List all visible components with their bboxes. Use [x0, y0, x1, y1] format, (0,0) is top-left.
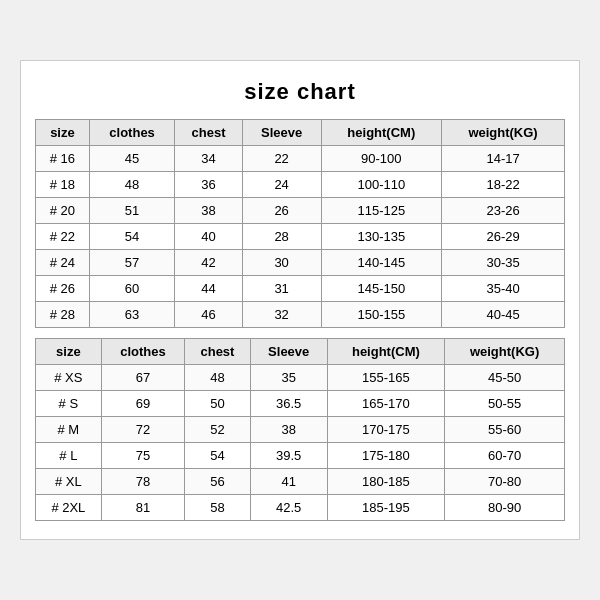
table-cell: 140-145	[321, 250, 442, 276]
size-table-2: sizeclotheschestSleeveheight(CM)weight(K…	[35, 338, 565, 521]
table-cell: 35-40	[442, 276, 565, 302]
table-row: # 24574230140-14530-35	[36, 250, 565, 276]
table-cell: 56	[185, 469, 251, 495]
table-cell: 40-45	[442, 302, 565, 328]
column-header: clothes	[89, 120, 175, 146]
column-header: weight(KG)	[442, 120, 565, 146]
table-cell: 32	[242, 302, 321, 328]
chart-title: size chart	[35, 79, 565, 105]
column-header: height(CM)	[321, 120, 442, 146]
table-cell: 60	[89, 276, 175, 302]
table-cell: 26	[242, 198, 321, 224]
table-cell: 70-80	[445, 469, 565, 495]
table-cell: 180-185	[327, 469, 445, 495]
table-row: # 22544028130-13526-29	[36, 224, 565, 250]
table-cell: 38	[250, 417, 327, 443]
table-cell: 165-170	[327, 391, 445, 417]
table-cell: 46	[175, 302, 242, 328]
column-header: size	[36, 120, 90, 146]
size-table-1: sizeclotheschestSleeveheight(CM)weight(K…	[35, 119, 565, 328]
table-cell: 23-26	[442, 198, 565, 224]
table-cell: 69	[101, 391, 184, 417]
table-cell: 63	[89, 302, 175, 328]
column-header: clothes	[101, 339, 184, 365]
table-cell: 175-180	[327, 443, 445, 469]
table-cell: 18-22	[442, 172, 565, 198]
table-cell: 48	[89, 172, 175, 198]
table-cell: 24	[242, 172, 321, 198]
table-cell: 72	[101, 417, 184, 443]
table-cell: # XL	[36, 469, 102, 495]
table-cell: # 16	[36, 146, 90, 172]
table-cell: 31	[242, 276, 321, 302]
table-cell: 39.5	[250, 443, 327, 469]
table-cell: # 28	[36, 302, 90, 328]
table-row: # 20513826115-12523-26	[36, 198, 565, 224]
table-cell: 45	[89, 146, 175, 172]
table-row: # XS674835155-16545-50	[36, 365, 565, 391]
table-cell: 44	[175, 276, 242, 302]
table-cell: 30-35	[442, 250, 565, 276]
table-cell: 145-150	[321, 276, 442, 302]
table-cell: 38	[175, 198, 242, 224]
table-cell: 36.5	[250, 391, 327, 417]
table-cell: 28	[242, 224, 321, 250]
table-cell: 100-110	[321, 172, 442, 198]
table-cell: 52	[185, 417, 251, 443]
table-cell: # 22	[36, 224, 90, 250]
table-cell: 67	[101, 365, 184, 391]
table-row: # 2XL815842.5185-19580-90	[36, 495, 565, 521]
table-cell: # 24	[36, 250, 90, 276]
column-header: weight(KG)	[445, 339, 565, 365]
table-cell: 90-100	[321, 146, 442, 172]
table-cell: 22	[242, 146, 321, 172]
table-cell: 36	[175, 172, 242, 198]
table-cell: 78	[101, 469, 184, 495]
table-row: # L755439.5175-18060-70	[36, 443, 565, 469]
table-cell: 75	[101, 443, 184, 469]
column-header: Sleeve	[242, 120, 321, 146]
table-cell: 50	[185, 391, 251, 417]
table-cell: # 2XL	[36, 495, 102, 521]
table-cell: 30	[242, 250, 321, 276]
table-cell: 34	[175, 146, 242, 172]
table-cell: 80-90	[445, 495, 565, 521]
table-cell: 35	[250, 365, 327, 391]
table-cell: # 26	[36, 276, 90, 302]
table-cell: 81	[101, 495, 184, 521]
table-cell: 45-50	[445, 365, 565, 391]
table-cell: 150-155	[321, 302, 442, 328]
table-row: # S695036.5165-17050-55	[36, 391, 565, 417]
size-chart-card: size chart sizeclotheschestSleeveheight(…	[20, 60, 580, 540]
table-cell: # 18	[36, 172, 90, 198]
table-cell: # M	[36, 417, 102, 443]
table-cell: # L	[36, 443, 102, 469]
table-cell: 57	[89, 250, 175, 276]
table-cell: 14-17	[442, 146, 565, 172]
table-cell: 42	[175, 250, 242, 276]
table-cell: # S	[36, 391, 102, 417]
table-cell: 185-195	[327, 495, 445, 521]
table-cell: # XS	[36, 365, 102, 391]
table-cell: 40	[175, 224, 242, 250]
table-cell: 60-70	[445, 443, 565, 469]
table-cell: 48	[185, 365, 251, 391]
table-cell: 42.5	[250, 495, 327, 521]
table-cell: 54	[89, 224, 175, 250]
column-header: size	[36, 339, 102, 365]
table-cell: 26-29	[442, 224, 565, 250]
table-cell: 115-125	[321, 198, 442, 224]
column-header: chest	[185, 339, 251, 365]
table-row: # 28634632150-15540-45	[36, 302, 565, 328]
table-row: # XL785641180-18570-80	[36, 469, 565, 495]
table-cell: # 20	[36, 198, 90, 224]
table-cell: 41	[250, 469, 327, 495]
table-cell: 130-135	[321, 224, 442, 250]
table-cell: 155-165	[327, 365, 445, 391]
table-cell: 50-55	[445, 391, 565, 417]
column-header: chest	[175, 120, 242, 146]
table-cell: 55-60	[445, 417, 565, 443]
table-row: # 18483624100-11018-22	[36, 172, 565, 198]
table-cell: 58	[185, 495, 251, 521]
table-row: # 26604431145-15035-40	[36, 276, 565, 302]
